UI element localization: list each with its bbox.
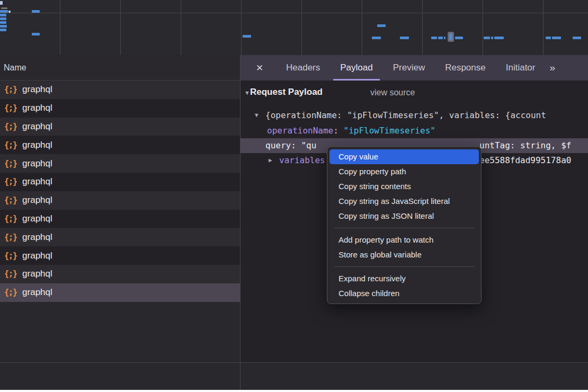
overview-gridline bbox=[120, 0, 121, 55]
menu-separator bbox=[334, 228, 475, 228]
menu-separator bbox=[334, 266, 475, 267]
name-column-header[interactable]: Name bbox=[0, 55, 240, 81]
payload-operationname-row[interactable]: operationName: "ipFlowTimeseries" bbox=[240, 123, 588, 138]
more-tabs-icon[interactable]: » bbox=[549, 55, 554, 81]
overview-request-bar bbox=[552, 37, 561, 39]
property-key: variables bbox=[279, 153, 325, 168]
request-row[interactable]: {;}graphql bbox=[0, 246, 240, 265]
overview-request-bar bbox=[449, 33, 452, 40]
menu-item-copy-string-contents[interactable]: Copy string contents bbox=[329, 179, 479, 194]
request-row-selected[interactable]: {;}graphql bbox=[0, 283, 240, 302]
menu-item-store-as-global-variable[interactable]: Store as global variable bbox=[329, 247, 479, 262]
json-braces-icon: {;} bbox=[4, 122, 17, 131]
overview-request-bar bbox=[573, 37, 581, 39]
request-row[interactable]: {;}graphql bbox=[0, 81, 240, 99]
tab-response[interactable]: Response bbox=[438, 55, 493, 81]
request-row[interactable]: {;}graphql bbox=[0, 265, 240, 283]
tab-headers[interactable]: Headers bbox=[279, 55, 327, 81]
payload-root-row[interactable]: ▼ {operationName: "ipFlowTimeseries", va… bbox=[240, 108, 588, 123]
json-braces-icon: {;} bbox=[4, 251, 17, 261]
menu-item-copy-value[interactable]: Copy value bbox=[329, 149, 479, 164]
overview-gridline bbox=[362, 0, 362, 55]
context-menu: Copy valueCopy property pathCopy string … bbox=[327, 146, 482, 304]
variables-row-right-text: ee5588fdad995178a0 bbox=[479, 153, 571, 168]
request-name: graphql bbox=[22, 84, 52, 95]
tabs: HeadersPayloadPreviewResponseInitiator bbox=[276, 55, 545, 81]
expand-arrow-icon[interactable]: ▼ bbox=[255, 108, 259, 123]
overview-gridline bbox=[301, 0, 302, 55]
panel-split-divider[interactable] bbox=[240, 55, 240, 390]
menu-item-copy-string-as-json-literal[interactable]: Copy string as JSON literal bbox=[329, 209, 479, 224]
overview-gridline bbox=[60, 0, 60, 55]
overview-request-bar bbox=[444, 37, 446, 39]
request-table: Name {;}graphql{;}graphql{;}graphql{;}gr… bbox=[0, 55, 240, 362]
request-name: graphql bbox=[22, 287, 52, 298]
overview-gridline bbox=[483, 0, 483, 55]
json-braces-icon: {;} bbox=[4, 140, 17, 150]
overview-request-bar bbox=[0, 1, 3, 5]
overview-gridline bbox=[241, 0, 242, 55]
request-row[interactable]: {;}graphql bbox=[0, 228, 240, 246]
overview-request-bar bbox=[455, 37, 463, 39]
query-row-right-text: untTag: string, $f bbox=[479, 138, 571, 153]
menu-item-collapse-children[interactable]: Collapse children bbox=[329, 286, 479, 301]
request-row[interactable]: {;}graphql bbox=[0, 118, 240, 136]
request-row[interactable]: {;}graphql bbox=[0, 173, 240, 191]
overview-request-bar bbox=[32, 10, 40, 13]
overview-request-bar bbox=[8, 11, 11, 13]
property-key: operationName bbox=[267, 126, 333, 136]
request-row[interactable]: {;}graphql bbox=[0, 191, 240, 210]
menu-item-expand-recursively[interactable]: Expand recursively bbox=[329, 271, 479, 286]
tab-preview[interactable]: Preview bbox=[386, 55, 432, 81]
overview-request-bar bbox=[438, 37, 443, 39]
overview-request-bar bbox=[372, 37, 381, 39]
overview-request-bar bbox=[0, 21, 6, 24]
detail-tabbar: ✕ HeadersPayloadPreviewResponseInitiator… bbox=[240, 55, 588, 81]
view-source-link[interactable]: view source bbox=[370, 88, 415, 97]
json-braces-icon: {;} bbox=[4, 269, 17, 279]
tab-initiator[interactable]: Initiator bbox=[499, 55, 542, 81]
request-name: graphql bbox=[22, 140, 52, 150]
overview-request-bar bbox=[243, 35, 251, 38]
devtools-window: Name {;}graphql{;}graphql{;}graphql{;}gr… bbox=[0, 0, 588, 390]
request-name: graphql bbox=[22, 176, 52, 187]
overview-gridline bbox=[181, 0, 181, 55]
overview-request-bar bbox=[0, 10, 8, 13]
overview-request-bar bbox=[0, 17, 6, 20]
json-braces-icon: {;} bbox=[4, 159, 17, 168]
overview-request-bar bbox=[546, 37, 551, 39]
overview-request-bar bbox=[400, 37, 409, 39]
menu-item-copy-string-as-javascript-literal[interactable]: Copy string as JavaScript literal bbox=[329, 194, 479, 209]
request-name: graphql bbox=[22, 121, 52, 132]
overview-request-bar bbox=[0, 25, 7, 28]
request-row[interactable]: {;}graphql bbox=[0, 154, 240, 173]
request-row[interactable]: {;}graphql bbox=[0, 99, 240, 118]
request-name: graphql bbox=[22, 213, 52, 224]
request-name: graphql bbox=[22, 269, 52, 279]
expand-arrow-icon[interactable]: ▶ bbox=[269, 153, 272, 168]
request-row[interactable]: {;}graphql bbox=[0, 210, 240, 228]
overview-request-bar bbox=[431, 37, 437, 39]
collapse-arrow-icon[interactable]: ▼ bbox=[244, 90, 250, 96]
menu-item-add-property-path-to-watch[interactable]: Add property path to watch bbox=[329, 233, 479, 247]
request-list: {;}graphql{;}graphql{;}graphql{;}graphql… bbox=[0, 81, 240, 302]
json-braces-icon: {;} bbox=[4, 177, 17, 186]
tab-payload[interactable]: Payload bbox=[333, 55, 379, 81]
operationname-text: operationName: "ipFlowTimeseries" bbox=[267, 123, 435, 138]
key-separator: : bbox=[333, 126, 343, 136]
menu-item-copy-property-path[interactable]: Copy property path bbox=[329, 164, 479, 179]
query-row-left-text: query: "qu bbox=[265, 138, 316, 153]
request-row[interactable]: {;}graphql bbox=[0, 136, 240, 154]
json-braces-icon: {;} bbox=[4, 85, 17, 94]
network-main: Name {;}graphql{;}graphql{;}graphql{;}gr… bbox=[0, 55, 588, 362]
overview-waterfall[interactable] bbox=[0, 0, 588, 55]
overview-gridline bbox=[543, 0, 544, 55]
json-braces-icon: {;} bbox=[4, 103, 17, 113]
request-payload-section[interactable]: ▼ Request Payload view source bbox=[240, 87, 588, 100]
section-title: Request Payload bbox=[250, 87, 323, 97]
overview-request-bar bbox=[1, 7, 7, 9]
close-icon[interactable]: ✕ bbox=[252, 55, 268, 81]
overview-request-bar bbox=[484, 37, 490, 39]
json-braces-icon: {;} bbox=[4, 233, 17, 242]
json-braces-icon: {;} bbox=[4, 288, 17, 297]
